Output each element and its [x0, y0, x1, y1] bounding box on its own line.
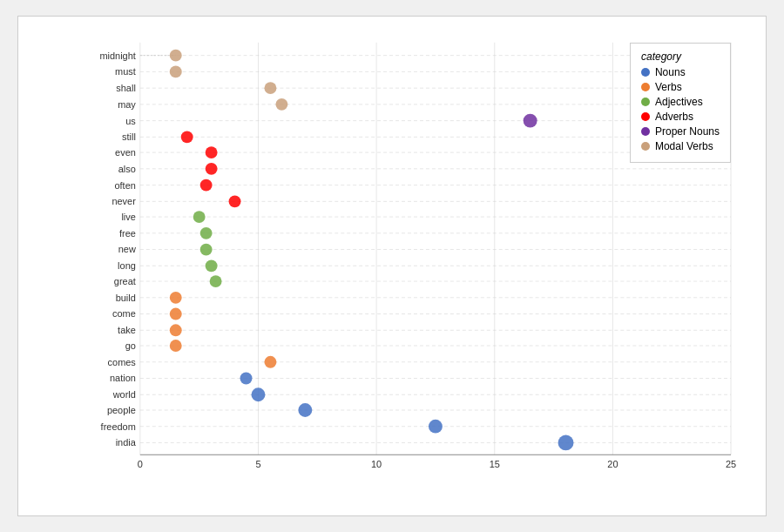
svg-text:great: great [114, 276, 136, 286]
svg-text:us: us [125, 116, 136, 126]
svg-point-52 [200, 244, 213, 256]
svg-point-58 [210, 275, 222, 287]
svg-text:freedom: freedom [101, 421, 136, 432]
svg-point-73 [264, 356, 276, 368]
svg-text:take: take [118, 325, 136, 335]
legend-item-modal-verbs: Modal Verbs [641, 140, 720, 152]
proper-nouns-color-dot [641, 127, 650, 136]
svg-text:comes: comes [108, 357, 137, 367]
svg-text:people: people [107, 405, 136, 415]
svg-point-79 [251, 387, 265, 401]
adverbs-color-dot [641, 112, 650, 121]
svg-text:10: 10 [371, 459, 382, 469]
svg-text:india: india [116, 437, 137, 448]
svg-text:5: 5 [255, 459, 260, 469]
legend-label-adverbs: Adverbs [655, 111, 693, 123]
svg-point-28 [524, 114, 537, 128]
legend-item-nouns: Nouns [641, 66, 720, 78]
svg-text:often: often [114, 180, 135, 191]
svg-point-85 [429, 420, 443, 434]
legend-label-adjectives: Adjectives [655, 96, 703, 108]
svg-text:also: also [118, 164, 136, 174]
svg-text:never: never [112, 196, 136, 206]
svg-point-43 [229, 195, 241, 207]
svg-text:nation: nation [110, 373, 136, 383]
svg-text:may: may [118, 99, 136, 110]
svg-point-22 [264, 82, 276, 94]
chart-container: .axis-label { font-size: 11px; fill: #33… [17, 16, 767, 516]
svg-point-70 [170, 340, 182, 352]
svg-point-55 [206, 259, 218, 272]
legend-label-modal-verbs: Modal Verbs [655, 140, 713, 152]
svg-text:15: 15 [490, 459, 500, 469]
svg-text:come: come [112, 309, 136, 320]
svg-text:world: world [112, 389, 136, 400]
legend-item-proper-nouns: Proper Nouns [641, 125, 720, 138]
adjectives-color-dot [641, 98, 650, 106]
svg-point-49 [200, 227, 213, 239]
svg-text:free: free [119, 228, 136, 239]
svg-text:long: long [118, 260, 136, 271]
svg-point-67 [170, 324, 182, 336]
svg-point-34 [206, 146, 218, 158]
legend-item-adverbs: Adverbs [641, 111, 720, 123]
legend-label-proper-nouns: Proper Nouns [655, 125, 720, 138]
svg-text:must: must [115, 66, 136, 77]
verbs-color-dot [641, 83, 650, 91]
nouns-color-dot [641, 68, 650, 77]
svg-text:still: still [122, 131, 136, 142]
svg-text:0: 0 [138, 459, 143, 469]
svg-point-25 [275, 98, 287, 111]
svg-text:go: go [125, 340, 136, 351]
svg-point-88 [558, 435, 574, 451]
legend-item-verbs: Verbs [641, 81, 720, 93]
svg-point-40 [200, 179, 213, 192]
svg-point-76 [240, 373, 253, 385]
svg-text:midnight: midnight [99, 51, 135, 61]
legend-label-verbs: Verbs [655, 81, 682, 93]
svg-point-31 [181, 131, 193, 143]
svg-text:live: live [121, 212, 135, 222]
legend-label-nouns: Nouns [655, 66, 686, 78]
svg-text:25: 25 [726, 459, 736, 469]
svg-point-37 [206, 163, 218, 175]
legend-item-adjectives: Adjectives [641, 96, 720, 108]
svg-text:shall: shall [116, 83, 136, 93]
svg-text:new: new [118, 245, 136, 255]
svg-point-82 [298, 403, 312, 417]
chart-area: .axis-label { font-size: 11px; fill: #33… [88, 34, 740, 472]
svg-point-64 [170, 308, 182, 320]
legend-title: category [641, 51, 720, 63]
svg-point-46 [193, 211, 206, 223]
chart-legend: category Nouns Verbs Adjectives Adverbs … [630, 43, 731, 163]
modal-verbs-color-dot [641, 142, 650, 151]
svg-text:even: even [115, 147, 136, 158]
svg-text:build: build [116, 293, 136, 303]
svg-point-19 [170, 65, 182, 77]
svg-point-16 [170, 50, 182, 62]
svg-point-61 [170, 292, 182, 304]
svg-text:20: 20 [607, 459, 618, 469]
